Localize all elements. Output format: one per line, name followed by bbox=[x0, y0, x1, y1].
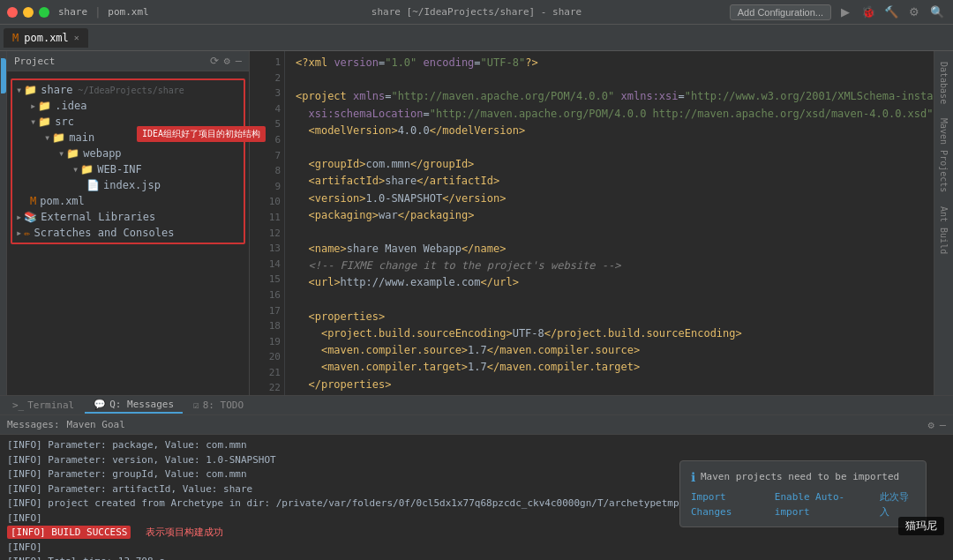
tree-item-label: Scratches and Consoles bbox=[34, 227, 174, 239]
info-icon: ℹ bbox=[691, 468, 695, 487]
notification-title: ℹ Maven projects need to be imported bbox=[691, 468, 915, 487]
separator: | bbox=[94, 6, 101, 19]
tab-terminal[interactable]: >_ Terminal bbox=[4, 398, 83, 413]
scratches-icon: ✏ bbox=[24, 227, 30, 239]
line-num: 20 bbox=[253, 349, 281, 365]
build-success-badge: [INFO] BUILD SUCCESS bbox=[7, 526, 131, 539]
line-num: 12 bbox=[253, 226, 281, 242]
bottom-panel: >_ Terminal 💬 Q: Messages ☑ 8: TODO Mess… bbox=[0, 395, 953, 560]
tab-pom-xml[interactable]: M pom.xml ✕ bbox=[4, 28, 88, 48]
active-bar-indicator bbox=[1, 58, 6, 93]
console-line: [INFO] Parameter: package, Value: com.mm… bbox=[7, 438, 946, 453]
minimize-sidebar-icon[interactable]: — bbox=[236, 55, 242, 67]
console-output: [INFO] Parameter: package, Value: com.mm… bbox=[0, 435, 953, 560]
tab-messages[interactable]: 💬 Q: Messages bbox=[85, 397, 183, 414]
line-num: 18 bbox=[253, 318, 281, 334]
tree-item-external-libraries[interactable]: ▸ 📚 External Libraries bbox=[12, 209, 244, 225]
line-num: 17 bbox=[253, 303, 281, 319]
chevron-right-icon: ▸ bbox=[30, 100, 36, 112]
title-bar: share | pom.xml share [~/IdeaProjects/sh… bbox=[0, 0, 953, 25]
chevron-down-icon: ▾ bbox=[16, 84, 22, 96]
tree-container: ▾ 📁 share ~/IdeaProjects/share ▸ 📁 .idea… bbox=[11, 78, 245, 244]
line-num: 16 bbox=[253, 287, 281, 303]
watermark: 猫玛尼 bbox=[898, 517, 944, 535]
minimize-console-icon[interactable]: — bbox=[940, 419, 946, 431]
tree-item-share[interactable]: ▾ 📁 share ~/IdeaProjects/share bbox=[12, 82, 244, 98]
left-activity-bar bbox=[0, 51, 7, 395]
maximize-button[interactable] bbox=[39, 7, 49, 18]
folder-icon: 📁 bbox=[38, 100, 51, 112]
line-num: 7 bbox=[253, 148, 281, 164]
folder-icon: 📁 bbox=[52, 131, 65, 144]
chevron-right-icon: ▸ bbox=[16, 211, 22, 223]
folder-icon: 📁 bbox=[66, 147, 79, 160]
tab-maven-icon: M bbox=[12, 32, 19, 44]
sidebar-header: Project ⟳ ⚙ — bbox=[7, 51, 249, 71]
search-everywhere-button[interactable]: 🔍 bbox=[928, 4, 946, 21]
add-configuration-button[interactable]: Add Configuration... bbox=[730, 4, 831, 20]
tree-item-label: .idea bbox=[55, 100, 86, 112]
right-sidebar: Database Maven Projects Ant Build bbox=[934, 51, 953, 395]
line-num: 4 bbox=[253, 101, 281, 117]
maven-goal-label: Maven Goal bbox=[67, 419, 125, 430]
build-annotation: 表示项目构建成功 bbox=[146, 526, 223, 538]
database-panel-icon[interactable]: Database bbox=[937, 58, 950, 108]
sidebar-title: Project bbox=[14, 56, 205, 67]
enable-auto-import-link[interactable]: Enable Auto-import bbox=[775, 490, 871, 519]
sync-icon[interactable]: ⟳ bbox=[210, 55, 219, 67]
line-num: 15 bbox=[253, 272, 281, 287]
library-icon: 📚 bbox=[24, 211, 37, 223]
messages-icon: 💬 bbox=[94, 399, 106, 410]
tab-todo[interactable]: ☑ 8: TODO bbox=[184, 398, 252, 413]
tab-bar: M pom.xml ✕ bbox=[0, 25, 953, 51]
tree-item-idea[interactable]: ▸ 📁 .idea bbox=[12, 98, 244, 114]
tree-item-label: share bbox=[41, 84, 72, 96]
notification-title-text: Maven projects need to be imported bbox=[701, 470, 899, 485]
line-num: 14 bbox=[253, 257, 281, 273]
tree-item-scratches[interactable]: ▸ ✏ Scratches and Consoles bbox=[12, 225, 244, 241]
chevron-down-icon: ▾ bbox=[72, 163, 79, 175]
tree-item-label: webapp bbox=[83, 147, 121, 160]
tree-item-webapp[interactable]: ▾ 📁 webapp bbox=[12, 146, 244, 161]
settings-button[interactable]: ⚙ bbox=[905, 4, 923, 21]
tree-item-index-jsp[interactable]: 📄 index.jsp bbox=[12, 177, 244, 193]
tree-item-pom-xml[interactable]: M pom.xml bbox=[12, 193, 244, 209]
build-button[interactable]: 🔨 bbox=[882, 4, 900, 21]
tab-terminal-label: Terminal bbox=[27, 399, 74, 411]
close-button[interactable] bbox=[7, 7, 18, 18]
console-line-build-success: [INFO] BUILD SUCCESS 表示项目构建成功 bbox=[7, 526, 946, 541]
extra-import-link[interactable]: 此次导入 bbox=[880, 490, 915, 519]
line-num: 1 bbox=[253, 55, 281, 71]
debug-button[interactable]: 🐞 bbox=[859, 4, 877, 21]
tab-close-icon[interactable]: ✕ bbox=[74, 33, 79, 42]
tree-path-label: ~/IdeaProjects/share bbox=[78, 86, 184, 95]
tree-item-label: main bbox=[69, 131, 94, 144]
settings-sidebar-icon[interactable]: ⚙ bbox=[224, 55, 230, 67]
annotation-label: IDEA组织好了项目的初始结构 bbox=[137, 126, 250, 142]
ant-panel-icon[interactable]: Ant Build bbox=[937, 203, 950, 258]
line-num: 10 bbox=[253, 194, 281, 210]
minimize-button[interactable] bbox=[23, 7, 34, 18]
run-button[interactable]: ▶ bbox=[837, 4, 854, 21]
console-line: [INFO] bbox=[7, 541, 946, 556]
import-changes-link[interactable]: Import Changes bbox=[691, 490, 766, 519]
project-tree: ▾ 📁 share ~/IdeaProjects/share ▸ 📁 .idea… bbox=[7, 71, 249, 395]
tab-todo-label: 8: TODO bbox=[203, 399, 244, 411]
maven-notification: ℹ Maven projects need to be imported Imp… bbox=[679, 460, 927, 527]
maven-panel-icon[interactable]: Maven Projects bbox=[937, 115, 950, 196]
tree-item-webinf[interactable]: ▾ 📁 WEB-INF bbox=[12, 161, 244, 177]
code-editor[interactable]: <?xml version="1.0" encoding="UTF-8"?> <… bbox=[285, 51, 934, 395]
line-num: 21 bbox=[253, 365, 281, 381]
tab-label: pom.xml bbox=[24, 32, 69, 44]
code-content: 1 2 3 4 5 6 7 8 9 10 11 12 13 14 15 16 1… bbox=[250, 51, 934, 395]
toolbar-right: Add Configuration... ▶ 🐞 🔨 ⚙ 🔍 bbox=[730, 4, 946, 21]
tree-item-label: WEB-INF bbox=[97, 163, 142, 175]
traffic-lights bbox=[7, 7, 49, 18]
todo-icon: ☑ bbox=[193, 399, 199, 411]
terminal-icon: >_ bbox=[12, 399, 24, 411]
app-name-label: share bbox=[58, 6, 87, 18]
chevron-down-icon: ▾ bbox=[44, 131, 50, 144]
settings-console-icon[interactable]: ⚙ bbox=[928, 419, 934, 431]
line-num: 19 bbox=[253, 334, 281, 350]
line-num: 13 bbox=[253, 241, 281, 257]
